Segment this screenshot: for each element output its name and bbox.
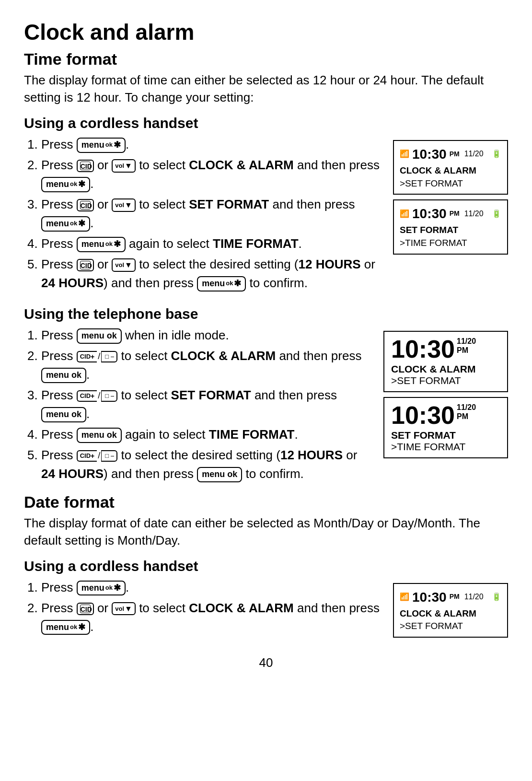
menu-ok-base-2[interactable]: menu ok bbox=[41, 368, 86, 383]
handset-steps-col: Press menuok✱. Press CID or vol▼ to sele… bbox=[24, 135, 383, 297]
handset-step-3: Press CID or vol▼ to select SET FORMAT a… bbox=[41, 195, 383, 233]
menu-ok-base-4[interactable]: menu ok bbox=[77, 428, 122, 443]
menu-ok-date-2[interactable]: menuok✱ bbox=[41, 620, 90, 635]
screen-sub1-1: >SET FORMAT bbox=[400, 177, 501, 190]
date-handset-steps-list: Press menuok✱. Press CID or vol▼ to sele… bbox=[41, 578, 383, 636]
menu-ok-base-5[interactable]: menu ok bbox=[197, 467, 242, 482]
base-line1-2: SET FORMAT bbox=[391, 430, 500, 441]
handset-steps-list: Press menuok✱. Press CID or vol▼ to sele… bbox=[41, 135, 383, 292]
base-sub1-1: >SET FORMAT bbox=[391, 375, 500, 386]
base-step-1: Press menu ok when in idle mode. bbox=[41, 326, 374, 345]
screen-line-date-1: CLOCK & ALARM bbox=[400, 607, 501, 620]
screen-line1-1: CLOCK & ALARM bbox=[400, 164, 501, 177]
menu-ok-date-1[interactable]: menuok✱ bbox=[77, 581, 126, 595]
base-line1-1: CLOCK & ALARM bbox=[391, 363, 500, 375]
signal-icon-2: 📶 bbox=[400, 209, 409, 219]
screen-pm-2: PM bbox=[450, 209, 460, 219]
vol-btn-3[interactable]: vol▼ bbox=[112, 198, 136, 211]
date-handset-step-2: Press CID or vol▼ to select CLOCK & ALAR… bbox=[41, 599, 383, 636]
handset-step-2: Press CID or vol▼ to select CLOCK & ALAR… bbox=[41, 156, 383, 193]
date-format-heading: Date format bbox=[24, 493, 508, 512]
base-date-pm-2: 11/20PM bbox=[457, 403, 476, 421]
cid-btn-3[interactable]: CID bbox=[77, 199, 94, 211]
screen-time-2: 10:30 bbox=[412, 204, 447, 223]
screen-clock-alarm-base: 10:30 11/20PM CLOCK & ALARM >SET FORMAT bbox=[383, 331, 508, 392]
date-cordless-handset-heading: Using a cordless handset bbox=[24, 558, 508, 574]
base-date-pm-1: 11/20PM bbox=[457, 337, 476, 355]
handset-step-5: Press CID or vol▼ to select the desired … bbox=[41, 255, 383, 292]
handset-screens: 📶 10:30 PM 11/20 🔋 CLOCK & ALARM >SET FO… bbox=[393, 140, 508, 255]
date-handset-screens: 📶 10:30 PM 11/20 🔋 CLOCK & ALARM >SET FO… bbox=[393, 583, 508, 638]
vol-btn-2[interactable]: vol▼ bbox=[112, 159, 136, 172]
cid-btn-2[interactable]: CID bbox=[77, 160, 94, 172]
cordless-handset-heading: Using a cordless handset bbox=[24, 115, 508, 131]
date-format-section: Date format The display format of date c… bbox=[24, 493, 508, 641]
base-content: Press menu ok when in idle mode. Press C… bbox=[24, 326, 508, 488]
screen-line1-2: SET FORMAT bbox=[400, 224, 501, 237]
screen-sub-date-1: >SET FORMAT bbox=[400, 620, 501, 633]
page-container: Clock and alarm Time format The display … bbox=[24, 19, 508, 670]
handset-step-1: Press menuok✱. bbox=[41, 135, 383, 154]
handset-step-4: Press menuok✱ again to select TIME FORMA… bbox=[41, 234, 383, 253]
date-handset-steps-col: Press menuok✱. Press CID or vol▼ to sele… bbox=[24, 578, 383, 641]
menu-ok-btn-3[interactable]: menuok✱ bbox=[41, 216, 90, 231]
base-step-4: Press menu ok again to select TIME FORMA… bbox=[41, 425, 374, 444]
vol-btn-5[interactable]: vol▼ bbox=[112, 258, 136, 271]
battery-icon-date: 🔋 bbox=[492, 592, 501, 602]
base-step-5: Press CID + / □ − to select the desired … bbox=[41, 446, 374, 483]
screen-clock-alarm-handset: 📶 10:30 PM 11/20 🔋 CLOCK & ALARM >SET FO… bbox=[393, 140, 508, 195]
menu-ok-btn-5[interactable]: menuok✱ bbox=[197, 276, 246, 291]
base-time-1: 10:30 bbox=[391, 337, 455, 361]
screen-pm-1: PM bbox=[450, 150, 460, 159]
menu-ok-btn-1[interactable]: menuok✱ bbox=[77, 138, 126, 152]
time-format-intro: The display format of time can either be… bbox=[24, 71, 508, 106]
cid-btn-5[interactable]: CID bbox=[77, 259, 94, 271]
time-format-section: Time format The display format of time c… bbox=[24, 50, 508, 488]
screen-clock-alarm-date: 📶 10:30 PM 11/20 🔋 CLOCK & ALARM >SET FO… bbox=[393, 583, 508, 638]
screen-sub1-2: >TIME FORMAT bbox=[400, 237, 501, 250]
cid-vol-combined-3[interactable]: CID + / □ − bbox=[77, 389, 118, 402]
menu-ok-base-3[interactable]: menu ok bbox=[41, 407, 86, 422]
screen-date-2: 11/20 bbox=[464, 209, 484, 219]
cid-vol-combined-2[interactable]: CID + / □ − bbox=[77, 350, 118, 363]
signal-icon: 📶 bbox=[400, 149, 409, 159]
screen-date-1: 11/20 bbox=[464, 149, 484, 159]
base-time-2: 10:30 bbox=[391, 403, 455, 428]
base-steps-col: Press menu ok when in idle mode. Press C… bbox=[24, 326, 374, 488]
base-step-2: Press CID + / □ − to select CLOCK & ALAR… bbox=[41, 347, 374, 384]
screen-time-1: 10:30 bbox=[412, 145, 447, 163]
base-screens: 10:30 11/20PM CLOCK & ALARM >SET FORMAT … bbox=[383, 331, 508, 458]
handset-content: Press menuok✱. Press CID or vol▼ to sele… bbox=[24, 135, 508, 297]
base-steps-list: Press menu ok when in idle mode. Press C… bbox=[41, 326, 374, 483]
cid-vol-combined-5[interactable]: CID + / □ − bbox=[77, 449, 118, 462]
telephone-base-heading: Using the telephone base bbox=[24, 306, 508, 322]
screen-set-format-handset: 📶 10:30 PM 11/20 🔋 SET FORMAT >TIME FORM… bbox=[393, 199, 508, 254]
time-format-heading: Time format bbox=[24, 50, 508, 69]
signal-icon-date: 📶 bbox=[400, 592, 409, 602]
battery-icon-2: 🔋 bbox=[492, 209, 501, 219]
date-handset-content: Press menuok✱. Press CID or vol▼ to sele… bbox=[24, 578, 508, 641]
page-title: Clock and alarm bbox=[24, 19, 508, 45]
menu-ok-btn-2[interactable]: menuok✱ bbox=[41, 177, 90, 192]
page-number: 40 bbox=[24, 655, 508, 670]
date-format-intro: The display format of date can either be… bbox=[24, 514, 508, 549]
screen-time-date: 10:30 bbox=[412, 588, 447, 606]
screen-pm-date: PM bbox=[450, 592, 460, 602]
base-step-3: Press CID + / □ − to select SET FORMAT a… bbox=[41, 386, 374, 423]
screen-date-date: 11/20 bbox=[464, 592, 484, 602]
base-sub1-2: >TIME FORMAT bbox=[391, 441, 500, 453]
screen-set-format-base: 10:30 11/20PM SET FORMAT >TIME FORMAT bbox=[383, 397, 508, 458]
vol-date-2[interactable]: vol▼ bbox=[112, 602, 136, 615]
date-handset-step-1: Press menuok✱. bbox=[41, 578, 383, 597]
battery-icon-1: 🔋 bbox=[492, 149, 501, 159]
menu-ok-btn-4[interactable]: menuok✱ bbox=[77, 237, 126, 252]
cid-date-2[interactable]: CID bbox=[77, 603, 94, 615]
menu-ok-base-1[interactable]: menu ok bbox=[77, 328, 122, 343]
